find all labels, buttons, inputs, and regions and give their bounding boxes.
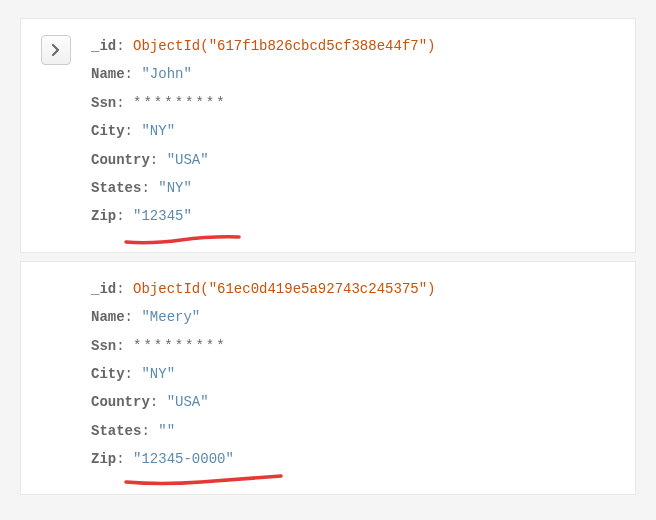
field-key: Country bbox=[91, 394, 150, 410]
field-key: Country bbox=[91, 152, 150, 168]
field-value: "USA" bbox=[167, 394, 209, 410]
field-states: States: "" bbox=[91, 420, 435, 442]
field-name: Name: "John" bbox=[91, 63, 435, 85]
field-value-masked: ********* bbox=[133, 338, 227, 354]
field-id: _id: ObjectId("61ec0d419e5a92743c245375"… bbox=[91, 278, 435, 300]
field-key: States bbox=[91, 180, 141, 196]
field-zip: Zip: "12345" bbox=[91, 205, 435, 227]
field-value: "USA" bbox=[167, 152, 209, 168]
document-panel: _id: ObjectId("61ec0d419e5a92743c245375"… bbox=[20, 261, 636, 496]
expand-button[interactable] bbox=[41, 35, 71, 65]
field-key: States bbox=[91, 423, 141, 439]
field-value-objectid: ObjectId("617f1b826cbcd5cf388e44f7") bbox=[133, 38, 435, 54]
field-value-objectid: ObjectId("61ec0d419e5a92743c245375") bbox=[133, 281, 435, 297]
field-key: _id bbox=[91, 281, 116, 297]
fields-list: _id: ObjectId("61ec0d419e5a92743c245375"… bbox=[91, 278, 435, 471]
document-content: _id: ObjectId("617f1b826cbcd5cf388e44f7"… bbox=[41, 35, 615, 228]
field-key: City bbox=[91, 123, 125, 139]
field-value: "NY" bbox=[158, 180, 192, 196]
field-key: _id bbox=[91, 38, 116, 54]
document-content: _id: ObjectId("61ec0d419e5a92743c245375"… bbox=[41, 278, 615, 471]
field-country: Country: "USA" bbox=[91, 391, 435, 413]
document-panel: _id: ObjectId("617f1b826cbcd5cf388e44f7"… bbox=[20, 18, 636, 253]
field-states: States: "NY" bbox=[91, 177, 435, 199]
field-value: "John" bbox=[141, 66, 191, 82]
field-country: Country: "USA" bbox=[91, 149, 435, 171]
field-key: City bbox=[91, 366, 125, 382]
field-value: "NY" bbox=[141, 366, 175, 382]
field-id: _id: ObjectId("617f1b826cbcd5cf388e44f7"… bbox=[91, 35, 435, 57]
field-key: Ssn bbox=[91, 95, 116, 111]
field-key: Zip bbox=[91, 208, 116, 224]
underline-annotation-icon bbox=[121, 232, 261, 248]
field-city: City: "NY" bbox=[91, 363, 435, 385]
field-ssn: Ssn: ********* bbox=[91, 335, 435, 357]
underline-annotation-icon bbox=[121, 472, 301, 490]
chevron-right-icon bbox=[52, 44, 60, 56]
field-zip: Zip: "12345-0000" bbox=[91, 448, 435, 470]
field-value: "Meery" bbox=[141, 309, 200, 325]
field-key: Ssn bbox=[91, 338, 116, 354]
field-key: Name bbox=[91, 66, 125, 82]
field-city: City: "NY" bbox=[91, 120, 435, 142]
field-ssn: Ssn: ********* bbox=[91, 92, 435, 114]
field-value: "" bbox=[158, 423, 175, 439]
field-value: "NY" bbox=[141, 123, 175, 139]
fields-list: _id: ObjectId("617f1b826cbcd5cf388e44f7"… bbox=[91, 35, 435, 228]
field-value: "12345" bbox=[133, 208, 192, 224]
field-key: Zip bbox=[91, 451, 116, 467]
field-value-masked: ********* bbox=[133, 95, 227, 111]
field-value: "12345-0000" bbox=[133, 451, 234, 467]
field-name: Name: "Meery" bbox=[91, 306, 435, 328]
field-key: Name bbox=[91, 309, 125, 325]
